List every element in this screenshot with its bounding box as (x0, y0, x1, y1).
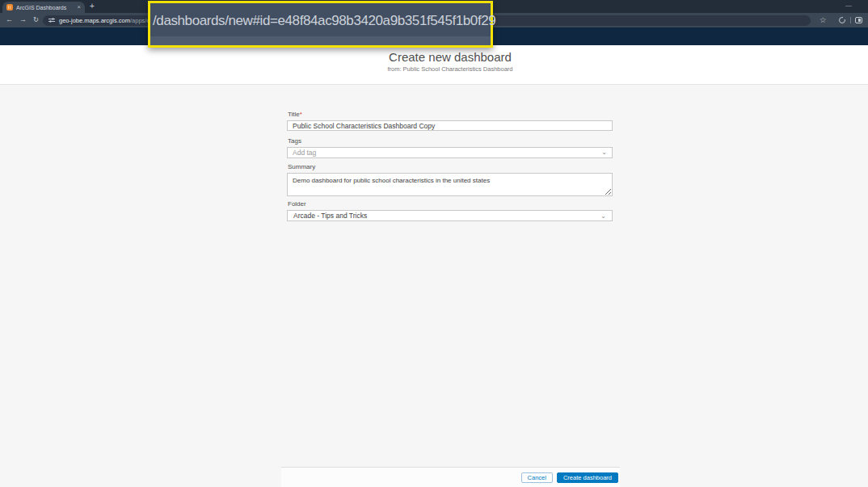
toolbar-separator (850, 17, 851, 23)
bookmark-star-icon[interactable]: ☆ (820, 15, 827, 24)
forward-icon[interactable]: → (19, 15, 27, 24)
browser-window: ArcGIS Dashboards × + — ← → ↻ geo-jobe.m… (0, 0, 868, 487)
back-icon[interactable]: ← (6, 15, 13, 24)
folder-select[interactable]: Arcade - Tips and Tricks ⌄ (287, 210, 613, 221)
folder-label: Folder (288, 200, 613, 208)
chevron-down-icon: ⌄ (600, 212, 606, 220)
tab-close-icon[interactable]: × (77, 4, 81, 10)
create-dashboard-button[interactable]: Create dashboard (557, 472, 618, 483)
circular-arrow-icon[interactable] (839, 17, 845, 23)
tags-label: Tags (288, 137, 613, 145)
magnified-url-text: /dashboards/new#id=e48f84ac98b3420a9b351… (150, 13, 495, 36)
arcgis-dashboards-favicon-icon (6, 4, 13, 10)
page-subtitle: from: Public School Characteristics Dash… (246, 65, 654, 73)
site-info-icon[interactable] (48, 17, 55, 23)
reload-icon[interactable]: ↻ (33, 15, 39, 24)
tab-title: ArcGIS Dashboards (16, 5, 74, 10)
title-input[interactable] (287, 120, 613, 131)
window-minimize-button[interactable]: — (845, 2, 852, 9)
url-highlight-overlay: /dashboards/new#id=e48f84ac98b3420a9b351… (148, 1, 493, 48)
cancel-button[interactable]: Cancel (521, 472, 553, 483)
form-footer: Cancel Create dashboard (281, 467, 620, 487)
title-label: Title* (288, 111, 613, 118)
side-panel-icon[interactable] (855, 17, 862, 23)
page-header: Create new dashboard from: Public School… (0, 45, 868, 85)
browser-tab[interactable]: ArcGIS Dashboards × (2, 2, 85, 13)
create-dashboard-form: Title* Tags ⌄ Summary Demo dashboard for… (287, 107, 613, 221)
tags-field: ⌄ (287, 147, 613, 158)
url-domain: geo-jobe.maps.arcgis.com (59, 17, 130, 24)
new-tab-button[interactable]: + (90, 2, 95, 10)
summary-label: Summary (288, 163, 613, 170)
required-asterisk: * (300, 111, 302, 118)
tags-input[interactable] (287, 147, 613, 158)
folder-selected-value: Arcade - Tips and Tricks (293, 212, 367, 220)
summary-textarea[interactable]: Demo dashboard for public school charact… (287, 173, 613, 196)
page-title: Create new dashboard (287, 50, 613, 64)
